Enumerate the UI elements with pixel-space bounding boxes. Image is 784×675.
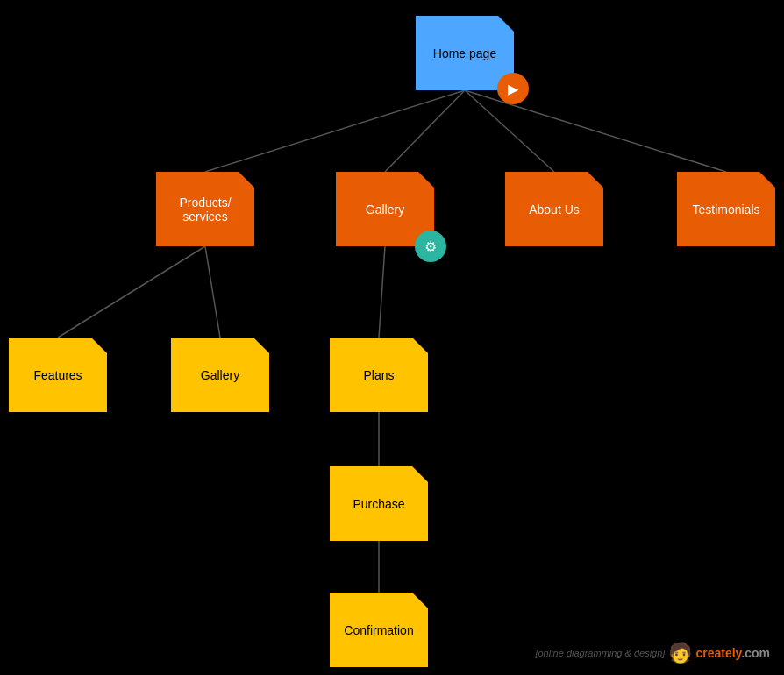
- node-features[interactable]: Features: [9, 338, 107, 412]
- node-testimonials-label: Testimonials: [685, 199, 766, 220]
- node-homepage-label: Home page: [426, 43, 503, 64]
- watermark-text: [online diagramming & design]: [535, 648, 665, 658]
- node-gallery-mid-label: Gallery: [194, 365, 246, 386]
- node-features-label: Features: [26, 365, 89, 386]
- watermark: [online diagramming & design] 🧑 creately…: [535, 642, 770, 664]
- node-plans[interactable]: Plans: [330, 338, 428, 412]
- video-badge[interactable]: ▶: [497, 73, 529, 104]
- node-confirmation[interactable]: Confirmation: [330, 593, 428, 667]
- node-plans-label: Plans: [356, 365, 401, 386]
- watermark-logo: creately.com: [695, 646, 770, 660]
- node-products-label: Products/ services: [156, 192, 254, 227]
- svg-line-4: [58, 246, 205, 338]
- svg-line-0: [205, 90, 465, 172]
- svg-line-6: [379, 246, 385, 338]
- diagram-container: Home page ▶ Products/ services Gallery ⚙…: [0, 0, 784, 675]
- svg-line-5: [205, 246, 220, 338]
- node-confirmation-label: Confirmation: [337, 620, 420, 641]
- gear-icon: ⚙: [424, 238, 437, 255]
- node-gallery-mid[interactable]: Gallery: [171, 338, 269, 412]
- node-purchase-label: Purchase: [346, 494, 411, 515]
- video-icon: ▶: [508, 81, 518, 97]
- node-products[interactable]: Products/ services: [156, 172, 254, 246]
- watermark-person-icon: 🧑: [668, 642, 692, 664]
- gear-badge[interactable]: ⚙: [415, 231, 446, 262]
- node-aboutus[interactable]: About Us: [505, 172, 603, 246]
- node-purchase[interactable]: Purchase: [330, 466, 428, 541]
- svg-line-1: [385, 90, 465, 172]
- node-testimonials[interactable]: Testimonials: [677, 172, 775, 246]
- node-aboutus-label: About Us: [522, 199, 587, 220]
- node-gallery-top-label: Gallery: [359, 199, 411, 220]
- svg-line-3: [465, 90, 726, 172]
